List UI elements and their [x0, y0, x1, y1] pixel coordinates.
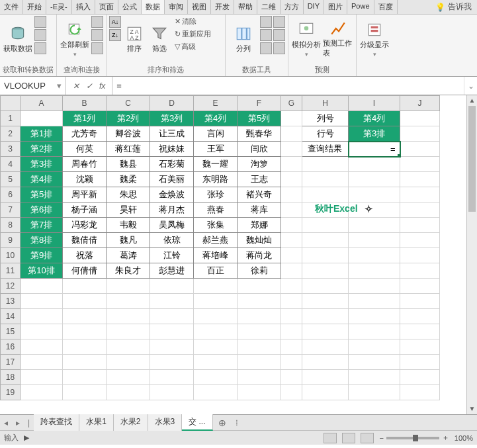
sort-asc-icon[interactable]: A↓ — [109, 16, 121, 28]
cell-G12[interactable] — [281, 279, 302, 294]
tab-nav-next-icon[interactable]: ▸ — [12, 418, 24, 427]
cell-J13[interactable] — [400, 294, 440, 309]
zoom-slider[interactable]: − ＋ — [379, 433, 449, 443]
row-header-15[interactable]: 15 — [1, 324, 21, 339]
ribbon-tab-二维[interactable]: 二维 — [257, 0, 281, 14]
cell-D5[interactable]: 石美丽 — [150, 172, 194, 187]
cell-I2[interactable]: 第3排 — [349, 126, 400, 142]
cell-I12[interactable] — [349, 279, 400, 294]
cell-I8[interactable] — [349, 218, 400, 233]
cell-G18[interactable] — [281, 370, 302, 385]
advanced-filter-button[interactable]: ▽高级 — [173, 41, 213, 52]
col-header-J[interactable]: J — [400, 96, 440, 111]
cell-H1[interactable]: 列号 — [302, 111, 349, 126]
cell-D3[interactable]: 祝妹妹 — [150, 142, 194, 157]
cell-B17[interactable] — [63, 355, 107, 370]
cell-G10[interactable] — [281, 248, 302, 263]
cell-D14[interactable] — [150, 309, 194, 324]
cell-F18[interactable] — [238, 370, 281, 385]
row-header-5[interactable]: 5 — [1, 172, 21, 187]
ribbon-tab-审阅[interactable]: 审阅 — [165, 0, 188, 14]
macro-record-icon[interactable]: ▶ — [24, 433, 29, 442]
get-data-button[interactable]: 获取数据 — [3, 16, 33, 62]
row-header-8[interactable]: 8 — [1, 218, 21, 233]
cell-F4[interactable]: 淘箩 — [238, 157, 281, 172]
row-header-2[interactable]: 2 — [1, 126, 21, 142]
cell-D1[interactable]: 第3列 — [150, 111, 194, 126]
ribbon-tab-图片[interactable]: 图片 — [324, 0, 347, 14]
refresh-all-button[interactable]: 全部刷新 ▾ — [60, 16, 90, 62]
col-header-C[interactable]: C — [107, 96, 150, 111]
cell-H8[interactable] — [302, 218, 349, 233]
cell-J12[interactable] — [400, 279, 440, 294]
cell-G7[interactable] — [281, 202, 302, 218]
cell-J2[interactable] — [400, 126, 440, 142]
from-web-icon[interactable] — [34, 29, 46, 41]
cell-E15[interactable] — [194, 324, 238, 339]
cell-F7[interactable]: 蒋库 — [238, 202, 281, 218]
cell-B6[interactable]: 周平新 — [63, 187, 107, 202]
cell-A15[interactable] — [21, 324, 63, 339]
cell-F19[interactable] — [238, 385, 281, 400]
cell-G15[interactable] — [281, 324, 302, 339]
zoom-thumb[interactable] — [413, 435, 418, 441]
cell-E3[interactable]: 王军 — [194, 142, 238, 157]
cell-A13[interactable] — [21, 294, 63, 309]
cell-F14[interactable] — [238, 309, 281, 324]
cell-D2[interactable]: 让三成 — [150, 126, 194, 142]
cell-H13[interactable] — [302, 294, 349, 309]
cell-H4[interactable] — [302, 157, 349, 172]
cell-I17[interactable] — [349, 355, 400, 370]
cell-A19[interactable] — [21, 385, 63, 400]
cell-E1[interactable]: 第4列 — [194, 111, 238, 126]
sheet-tab-1[interactable]: 水果1 — [79, 414, 114, 431]
cell-G9[interactable] — [281, 233, 302, 248]
scroll-down-icon[interactable]: ▼ — [467, 404, 477, 414]
col-header-B[interactable]: B — [63, 96, 107, 111]
cell-A9[interactable]: 第8排 — [21, 233, 63, 248]
validation-icon[interactable] — [260, 42, 272, 54]
cell-G8[interactable] — [281, 218, 302, 233]
zoom-out-icon[interactable]: − — [379, 434, 383, 442]
col-header-A[interactable]: A — [21, 96, 63, 111]
zoom-track[interactable] — [386, 437, 439, 439]
scroll-up-icon[interactable]: ▲ — [467, 95, 477, 106]
cell-I5[interactable] — [349, 172, 400, 187]
cell-B19[interactable] — [63, 385, 107, 400]
cell-C10[interactable]: 葛涛 — [107, 248, 150, 263]
cell-C12[interactable] — [107, 279, 150, 294]
cell-E2[interactable]: 言闲 — [194, 126, 238, 142]
relationships-icon[interactable] — [273, 29, 285, 41]
cell-H19[interactable] — [302, 385, 349, 400]
cell-G11[interactable] — [281, 263, 302, 279]
cell-D7[interactable]: 蒋月杰 — [150, 202, 194, 218]
cell-J9[interactable] — [400, 233, 440, 248]
cell-A18[interactable] — [21, 370, 63, 385]
dm-icon[interactable] — [273, 42, 285, 54]
cell-C3[interactable]: 蒋红莲 — [107, 142, 150, 157]
cell-E14[interactable] — [194, 309, 238, 324]
forecast-sheet-button[interactable]: 预测工作表 — [323, 16, 353, 62]
row-header-1[interactable]: 1 — [1, 111, 21, 126]
new-sheet-button[interactable]: ⊕ — [213, 418, 232, 428]
cell-C7[interactable]: 昊轩 — [107, 202, 150, 218]
cell-E13[interactable] — [194, 294, 238, 309]
cell-F15[interactable] — [238, 324, 281, 339]
cell-D15[interactable] — [150, 324, 194, 339]
cell-C6[interactable]: 朱思 — [107, 187, 150, 202]
cell-C2[interactable]: 卿谷波 — [107, 126, 150, 142]
formula-input[interactable]: = — [112, 77, 464, 95]
cell-E7[interactable]: 燕春 — [194, 202, 238, 218]
cell-B8[interactable]: 冯彩龙 — [63, 218, 107, 233]
cell-J8[interactable] — [400, 218, 440, 233]
cell-I14[interactable] — [349, 309, 400, 324]
cell-F10[interactable]: 蒋尚龙 — [238, 248, 281, 263]
text-to-columns-button[interactable]: 分列 — [228, 16, 259, 62]
cell-H15[interactable] — [302, 324, 349, 339]
ribbon-tab-插入[interactable]: 插入 — [72, 0, 95, 14]
cell-H14[interactable] — [302, 309, 349, 324]
cell-J14[interactable] — [400, 309, 440, 324]
cell-C18[interactable] — [107, 370, 150, 385]
cell-H12[interactable] — [302, 279, 349, 294]
cell-B14[interactable] — [63, 309, 107, 324]
